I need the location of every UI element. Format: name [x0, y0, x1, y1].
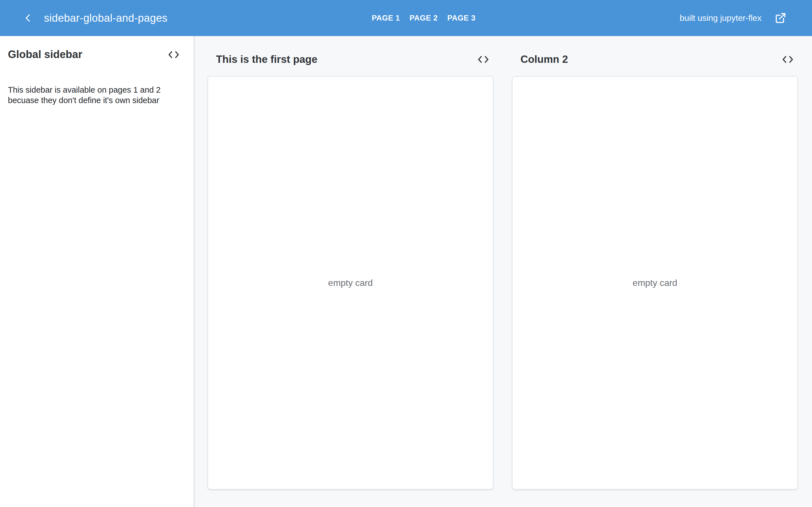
empty-card: empty card [512, 76, 798, 490]
navbar-brand[interactable]: sidebar-global-and-pages [23, 12, 167, 24]
sidebar-text: This sidebar is available on pages 1 and… [8, 85, 177, 106]
code-icon [781, 55, 794, 64]
card-text: empty card [328, 278, 373, 288]
column-2: Column 2 empty card [512, 36, 798, 490]
sidebar-header: Global sidebar [8, 48, 181, 61]
tab-page-3[interactable]: PAGE 3 [448, 14, 476, 22]
card-text: empty card [633, 278, 677, 288]
tab-page-2[interactable]: PAGE 2 [409, 14, 438, 22]
page-tabs: PAGE 1 PAGE 2 PAGE 3 [371, 14, 475, 22]
sidebar-source-button[interactable] [166, 49, 181, 60]
app-header: sidebar-global-and-pages PAGE 1 PAGE 2 P… [0, 0, 812, 36]
dashboard-main: This is the first page empty card Column… [195, 36, 812, 507]
section-header: Column 2 [512, 53, 798, 66]
empty-card: empty card [207, 76, 493, 490]
page-title: sidebar-global-and-pages [44, 12, 167, 24]
credit-link[interactable]: built using jupyter-flex [680, 12, 786, 24]
code-icon [167, 50, 180, 59]
global-sidebar: Global sidebar This sidebar is available… [0, 36, 195, 507]
section-title: Column 2 [520, 54, 568, 65]
code-icon [477, 55, 490, 64]
section-source-button[interactable] [780, 54, 795, 65]
sidebar-title: Global sidebar [8, 48, 82, 61]
column-first-page: This is the first page empty card [207, 36, 493, 490]
content-area: Global sidebar This sidebar is available… [0, 36, 812, 507]
tab-page-1[interactable]: PAGE 1 [371, 14, 400, 22]
external-link-icon [774, 12, 786, 24]
section-title: This is the first page [216, 54, 317, 65]
credit-text: built using jupyter-flex [680, 13, 762, 23]
chevron-left-icon [24, 13, 32, 23]
section-source-button[interactable] [476, 54, 491, 65]
back-button[interactable] [23, 12, 33, 24]
section-header: This is the first page [207, 53, 493, 66]
